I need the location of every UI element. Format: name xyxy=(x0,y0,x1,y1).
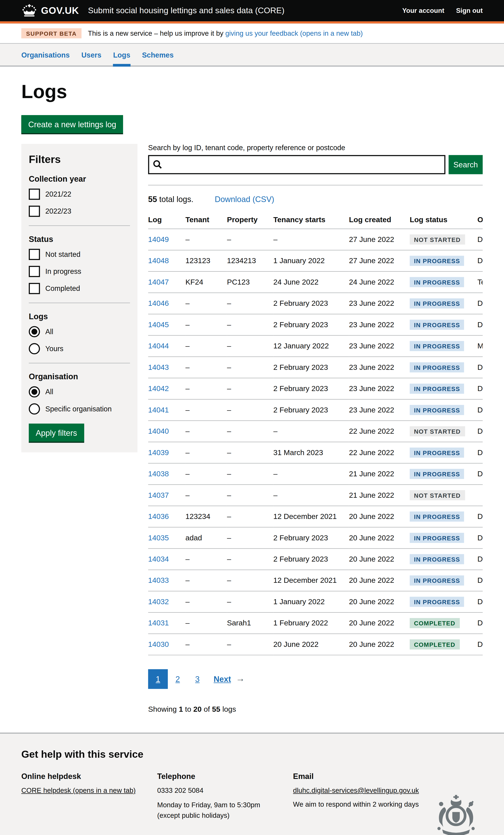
log-id-link[interactable]: 14045 xyxy=(148,321,169,329)
filter-group-label-status: Status xyxy=(29,235,130,243)
cell-tenant: – xyxy=(185,485,227,506)
table-row: 14046––2 February 202323 June 2022IN PRO… xyxy=(148,293,483,314)
log-id-link[interactable]: 14041 xyxy=(148,406,169,414)
log-id-link[interactable]: 14044 xyxy=(148,342,169,350)
pagination-next-link[interactable]: Next xyxy=(214,675,231,684)
checkbox-2022-23[interactable] xyxy=(29,206,40,217)
log-id-link[interactable]: 14030 xyxy=(148,640,169,649)
pagination-page-2[interactable]: 2 xyxy=(168,669,187,689)
nav-tab-users[interactable]: Users xyxy=(81,44,101,65)
email-link[interactable]: dluhc.digital-services@levellingup.gov.u… xyxy=(293,786,419,794)
table-row: 14035adad–2 February 202320 June 2022IN … xyxy=(148,527,483,548)
total-logs-text: 55 total logs. xyxy=(148,195,194,204)
cell-log-status: COMPLETED xyxy=(410,634,477,655)
search-icon xyxy=(153,159,163,171)
filter-option-label[interactable]: Yours xyxy=(45,345,63,353)
royal-coat-of-arms xyxy=(429,794,484,835)
cell-tenant: – xyxy=(185,357,227,378)
cell-property: – xyxy=(227,463,274,485)
pagination-page-3[interactable]: 3 xyxy=(187,669,207,689)
cell-log-status: IN PROGRESS xyxy=(410,293,477,314)
log-id-link[interactable]: 14049 xyxy=(148,235,169,244)
cell-tenant: – xyxy=(185,549,227,570)
checkbox-not-started[interactable] xyxy=(29,249,40,260)
filter-option-label[interactable]: 2021/22 xyxy=(45,190,72,198)
cell-log-created: 24 June 2022 xyxy=(349,271,410,292)
apply-filters-button[interactable]: Apply filters xyxy=(29,424,84,442)
cell-log-id: 14033 xyxy=(148,570,185,591)
service-name[interactable]: Submit social housing lettings and sales… xyxy=(88,6,285,16)
status-badge: IN PROGRESS xyxy=(410,554,464,564)
status-badge: IN PROGRESS xyxy=(410,511,464,522)
cell-log-id: 14045 xyxy=(148,314,185,335)
log-id-link[interactable]: 14046 xyxy=(148,299,169,308)
filter-option-label[interactable]: Not started xyxy=(45,250,81,258)
log-id-link[interactable]: 14036 xyxy=(148,512,169,521)
table-row: 14037–––21 June 2022NOT STARTED xyxy=(148,485,483,506)
primary-nav: OrganisationsUsersLogsSchemes xyxy=(0,44,504,66)
feedback-link[interactable]: giving us your feedback (opens in a new … xyxy=(225,29,363,37)
status-badge: IN PROGRESS xyxy=(410,405,464,415)
log-id-link[interactable]: 14043 xyxy=(148,363,169,372)
search-button[interactable]: Search xyxy=(448,155,483,174)
cell-property: – xyxy=(227,378,274,399)
cell-tenant: – xyxy=(185,612,227,634)
filter-option-label[interactable]: All xyxy=(45,328,53,335)
cell-owning-organisation: DLUHC Test xyxy=(477,591,483,612)
search-input[interactable] xyxy=(148,155,445,174)
download-csv-link[interactable]: Download (CSV) xyxy=(215,195,274,204)
cell-log-status: NOT STARTED xyxy=(410,229,477,250)
cell-owning-organisation: DLUHC xyxy=(477,463,483,485)
log-id-link[interactable]: 14048 xyxy=(148,257,169,265)
radio-all[interactable] xyxy=(29,326,40,337)
filter-option-label[interactable]: 2022/23 xyxy=(45,207,72,215)
create-lettings-log-button[interactable]: Create a new lettings log xyxy=(21,115,123,133)
nav-tab-organisations[interactable]: Organisations xyxy=(21,44,69,65)
log-id-link[interactable]: 14033 xyxy=(148,576,169,585)
log-id-link[interactable]: 14039 xyxy=(148,448,169,457)
log-id-link[interactable]: 14038 xyxy=(148,470,169,478)
nav-tab-schemes[interactable]: Schemes xyxy=(142,44,174,65)
core-helpdesk-link[interactable]: CORE helpdesk (opens in a new tab) xyxy=(21,786,136,794)
cell-log-created: 23 June 2022 xyxy=(349,399,410,421)
cell-log-created: 22 June 2022 xyxy=(349,442,410,463)
footer-helpdesk-column: Online helpdesk CORE helpdesk (opens in … xyxy=(21,772,157,821)
filter-group-label-logs: Logs xyxy=(29,312,130,321)
cell-log-id: 14046 xyxy=(148,293,185,314)
log-id-link[interactable]: 14034 xyxy=(148,555,169,564)
radio-all[interactable] xyxy=(29,386,40,398)
checkbox-2021-22[interactable] xyxy=(29,189,40,200)
checkbox-completed[interactable] xyxy=(29,283,40,294)
radio-specific-organisation[interactable] xyxy=(29,403,40,414)
log-id-link[interactable]: 14047 xyxy=(148,278,169,286)
footer: Get help with this service Online helpde… xyxy=(0,733,504,835)
cell-tenant: adad xyxy=(185,527,227,548)
filters-heading: Filters xyxy=(29,153,130,165)
cell-tenancy-starts: – xyxy=(273,485,349,506)
log-id-link[interactable]: 14037 xyxy=(148,491,169,500)
cell-owning-organisation: DLUHC xyxy=(477,250,483,271)
log-id-link[interactable]: 14035 xyxy=(148,533,169,542)
cell-tenancy-starts: 2 February 2023 xyxy=(273,293,349,314)
nav-tab-logs[interactable]: Logs xyxy=(113,44,130,65)
sign-out-link[interactable]: Sign out xyxy=(456,7,483,15)
radio-yours[interactable] xyxy=(29,343,40,354)
cell-tenant: – xyxy=(185,229,227,250)
log-id-link[interactable]: 14032 xyxy=(148,597,169,606)
checkbox-in-progress[interactable] xyxy=(29,266,40,277)
cell-tenancy-starts: 31 March 2023 xyxy=(273,442,349,463)
log-id-link[interactable]: 14040 xyxy=(148,427,169,435)
pagination-page-1[interactable]: 1 xyxy=(148,669,168,689)
filter-option-label[interactable]: Specific organisation xyxy=(45,405,112,413)
status-badge: IN PROGRESS xyxy=(410,448,464,457)
your-account-link[interactable]: Your account xyxy=(402,7,444,15)
filter-option-label[interactable]: Completed xyxy=(45,284,80,292)
status-badge: NOT STARTED xyxy=(410,235,465,244)
logs-table: LogTenantPropertyTenancy startsLog creat… xyxy=(148,210,483,655)
filter-option-label[interactable]: All xyxy=(45,388,53,396)
status-badge: IN PROGRESS xyxy=(410,277,464,287)
govuk-brand[interactable]: GOV.UK Submit social housing lettings an… xyxy=(21,4,284,17)
filter-option-label[interactable]: In progress xyxy=(45,267,81,275)
log-id-link[interactable]: 14031 xyxy=(148,619,169,627)
log-id-link[interactable]: 14042 xyxy=(148,384,169,393)
